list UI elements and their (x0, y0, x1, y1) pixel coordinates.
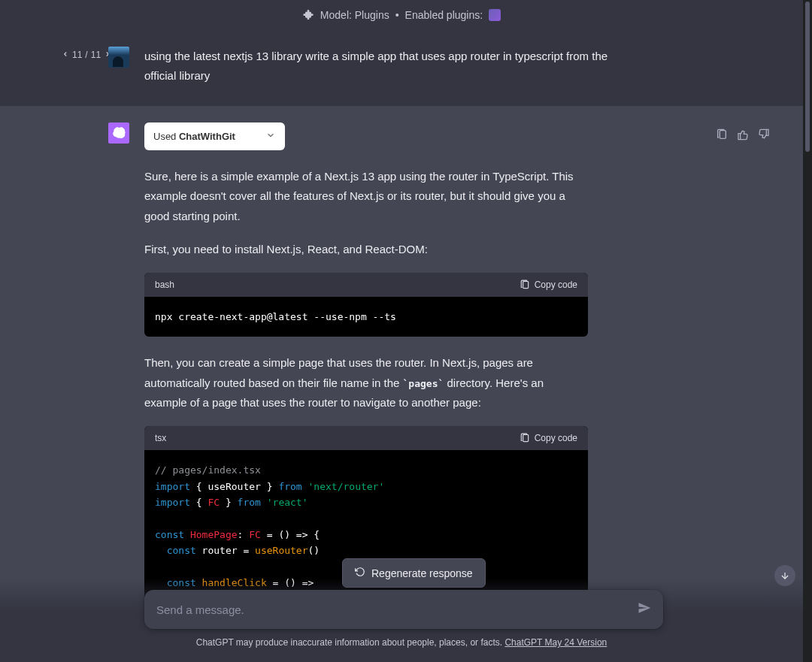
plugin-icon (489, 9, 501, 21)
send-icon[interactable] (638, 601, 651, 618)
inline-code: `pages` (403, 378, 444, 389)
message-input-bar (144, 590, 663, 629)
user-message-text: using the latest nextjs 13 library write… (144, 47, 626, 85)
assistant-intro: Sure, here is a simple example of a Next… (144, 167, 588, 226)
model-label: Model: Plugins (320, 9, 389, 21)
copy-code-label: Copy code (535, 280, 577, 290)
user-message-row: 11 / 11 using the latest nextjs 13 libra… (0, 30, 803, 106)
plugin-used-text: Used ChatWithGit (153, 131, 235, 142)
copy-icon[interactable] (716, 128, 728, 144)
assistant-avatar (108, 122, 129, 144)
footer-disclaimer: ChatGPT may produce inaccurate informati… (0, 637, 803, 648)
thumbs-down-icon[interactable] (758, 128, 770, 144)
copy-code-button[interactable]: Copy code (520, 280, 577, 290)
svg-rect-0 (720, 131, 726, 139)
assistant-p3: Then, you can create a simple page that … (144, 353, 588, 413)
code-block-bash: bash Copy code npx create-next-app@lates… (144, 273, 588, 337)
regenerate-button[interactable]: Regenerate response (342, 558, 486, 588)
pager-sep: / (85, 50, 87, 60)
footer-version-link[interactable]: ChatGPT May 24 Version (504, 637, 607, 648)
separator: • (395, 9, 399, 21)
pager-total: 11 (91, 50, 101, 60)
pager-current: 11 (72, 50, 82, 60)
plugin-used-badge[interactable]: Used ChatWithGit (144, 122, 285, 150)
regenerate-label: Regenerate response (371, 567, 473, 579)
thumbs-up-icon[interactable] (737, 128, 749, 144)
message-pager: 11 / 11 (62, 50, 111, 60)
assistant-p2: First, you need to install Next.js, Reac… (144, 240, 588, 259)
code-lang-label: tsx (155, 433, 166, 443)
copy-code-button[interactable]: Copy code (520, 433, 577, 443)
puzzle-icon (302, 8, 314, 23)
user-avatar (108, 47, 129, 68)
model-topbar: Model: Plugins • Enabled plugins: (0, 0, 803, 30)
code-lang-label: bash (155, 280, 174, 290)
chevron-down-icon (265, 130, 276, 143)
vertical-scrollbar-thumb[interactable] (805, 2, 810, 152)
scroll-down-button[interactable] (774, 565, 795, 586)
copy-code-label: Copy code (535, 433, 577, 443)
svg-rect-2 (523, 435, 528, 442)
enabled-plugins-label: Enabled plugins: (405, 9, 483, 21)
pager-prev-icon[interactable] (62, 50, 69, 60)
message-input[interactable] (156, 603, 638, 616)
refresh-icon (355, 567, 365, 579)
vertical-scrollbar-track[interactable] (803, 0, 812, 662)
svg-rect-1 (523, 281, 528, 288)
code-body: npx create-next-app@latest --use-npm --t… (144, 297, 588, 337)
message-actions (716, 128, 770, 144)
